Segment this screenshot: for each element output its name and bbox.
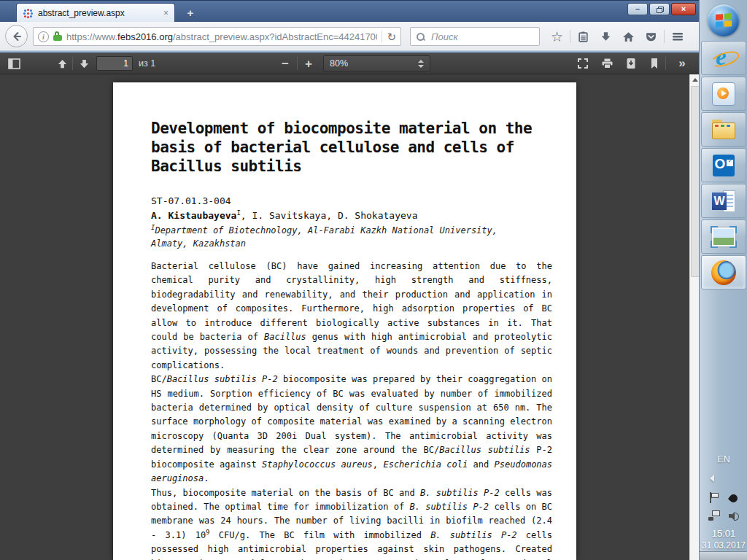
page-info-icon[interactable]: i	[38, 31, 49, 42]
print-icon	[601, 58, 614, 69]
show-desktop-button[interactable]	[700, 551, 747, 560]
page-count-label: из 1	[139, 52, 155, 74]
scroll-up-arrow-icon	[692, 78, 698, 82]
taskbar-item-file-explorer[interactable]	[701, 112, 746, 147]
taskbar-item-outlook[interactable]: O	[701, 148, 746, 182]
taskbar-item-internet-explorer[interactable]: e	[701, 41, 746, 75]
restore-button[interactable]	[649, 3, 670, 15]
menu-icon	[671, 31, 684, 42]
clock-time[interactable]: 15:01	[712, 528, 736, 540]
abstract-body: Bacterial cellulose (BC) have gained inc…	[151, 260, 552, 560]
tab-favicon-icon	[23, 8, 33, 18]
download-button[interactable]	[622, 55, 640, 72]
authors-line: A. KistaubayevaI, I. Savitskaya, D. Shok…	[151, 209, 538, 222]
taskbar: e O W EN	[699, 0, 747, 560]
zoom-select[interactable]: 80%	[323, 55, 430, 71]
zoom-in-button[interactable]: +	[299, 55, 318, 72]
abstract-paragraph: Bacterial cellulose (BC) have gained inc…	[151, 260, 552, 373]
folder-icon	[712, 122, 735, 140]
minimize-button[interactable]: –	[627, 3, 648, 15]
page-number-input[interactable]	[96, 56, 133, 71]
navigation-toolbar: i https://www.febs2016.org/abstract_prev…	[0, 22, 699, 51]
restore-icon	[657, 7, 663, 12]
screen: abstract_preview.aspx × + – × i https://…	[0, 0, 747, 560]
internet-explorer-icon: e	[712, 47, 735, 70]
sidebar-toggle-icon	[8, 58, 20, 69]
url-bar[interactable]: i https://www.febs2016.org/abstract_prev…	[33, 27, 401, 46]
windows-media-player-icon	[712, 82, 735, 106]
sidebar-toggle-button[interactable]	[4, 55, 23, 72]
url-text[interactable]: https://www.febs2016.org/abstract_previe…	[66, 31, 377, 42]
bookmark-star-button[interactable]: ☆	[546, 27, 568, 46]
taskbar-item-media-player[interactable]	[701, 77, 746, 111]
outlook-icon: O	[713, 155, 735, 176]
abstract-paragraph: BC/Bacillus subtilis P-2 biocomposite wa…	[151, 373, 552, 486]
pdf-viewer-area[interactable]: Development of biocomposite material on …	[0, 74, 689, 560]
toolbar-icons: ☆	[546, 27, 689, 46]
system-tray: EN 15:01 31.03.2017	[700, 454, 747, 551]
affiliation-line: IDepartment of Biotechnology, Al-Farabi …	[151, 224, 538, 250]
menu-button[interactable]	[666, 27, 689, 46]
photo-viewer-icon	[712, 228, 735, 246]
taskbar-item-photo-viewer[interactable]	[701, 219, 746, 254]
titlebar: abstract_preview.aspx × + – ×	[0, 0, 699, 22]
zoom-out-button[interactable]: −	[276, 55, 295, 72]
network-icon[interactable]	[708, 510, 720, 521]
bookmarks-icon	[577, 31, 589, 43]
downloads-icon	[600, 31, 612, 43]
next-page-button[interactable]	[74, 55, 93, 72]
windows-logo-icon	[716, 13, 732, 28]
pocket-button[interactable]	[640, 27, 662, 46]
previous-page-button[interactable]	[53, 55, 71, 72]
print-button[interactable]	[597, 55, 616, 72]
back-button[interactable]	[5, 25, 28, 47]
pocket-icon	[645, 31, 657, 43]
action-center-flag-icon[interactable]	[709, 492, 719, 503]
taskbar-item-word[interactable]: W	[701, 184, 746, 218]
taskbar-item-firefox[interactable]	[701, 255, 746, 289]
tab-title: abstract_preview.aspx	[38, 8, 158, 18]
more-tools-button[interactable]: »	[672, 55, 691, 72]
volume-icon[interactable]	[729, 511, 740, 521]
new-tab-button[interactable]: +	[181, 5, 200, 20]
select-spinner-icon	[418, 60, 424, 68]
search-icon	[416, 32, 425, 42]
word-icon: W	[712, 190, 735, 212]
presentation-mode-icon	[577, 58, 589, 69]
document-title: Development of biocomposite material on …	[151, 119, 538, 176]
firefox-icon	[711, 260, 736, 285]
close-button[interactable]: ×	[671, 3, 696, 15]
window-controls: – ×	[627, 3, 696, 15]
tray-device-icon[interactable]	[728, 493, 739, 503]
bookmarks-menu-button[interactable]	[572, 27, 595, 46]
browser-window: abstract_preview.aspx × + – × i https://…	[0, 0, 699, 560]
presentation-mode-button[interactable]	[573, 55, 592, 72]
abstract-code: ST-07.01.3-004	[151, 194, 538, 208]
star-icon: ☆	[551, 30, 563, 44]
browser-tab[interactable]: abstract_preview.aspx ×	[16, 3, 175, 23]
pdf-page: Development of biocomposite material on …	[113, 82, 576, 560]
page-up-icon	[57, 58, 68, 69]
reload-icon[interactable]: ↻	[387, 31, 396, 42]
clock-date[interactable]: 31.03.2017	[702, 540, 746, 551]
hidden-icons-arrow-icon[interactable]	[710, 475, 714, 482]
home-icon	[622, 31, 635, 43]
search-box[interactable]	[410, 27, 540, 46]
zoom-level-value: 80%	[330, 58, 418, 69]
https-lock-icon[interactable]	[53, 31, 62, 42]
language-indicator[interactable]: EN	[717, 454, 729, 464]
abstract-paragraph: Thus, biocomposite material on the basis…	[151, 486, 552, 560]
start-button[interactable]	[708, 4, 740, 36]
download-icon	[625, 58, 637, 69]
bookmark-icon	[649, 58, 659, 69]
tab-close-icon[interactable]: ×	[163, 8, 169, 18]
bookmark-button[interactable]	[645, 55, 664, 72]
search-input[interactable]	[430, 31, 534, 43]
page-down-icon	[79, 58, 90, 69]
pdf-toolbar: из 1 − + 80%	[0, 52, 699, 74]
home-button[interactable]	[617, 27, 640, 46]
back-arrow-icon	[11, 31, 23, 42]
downloads-button[interactable]	[595, 27, 617, 46]
vertical-scrollbar[interactable]	[689, 74, 699, 560]
